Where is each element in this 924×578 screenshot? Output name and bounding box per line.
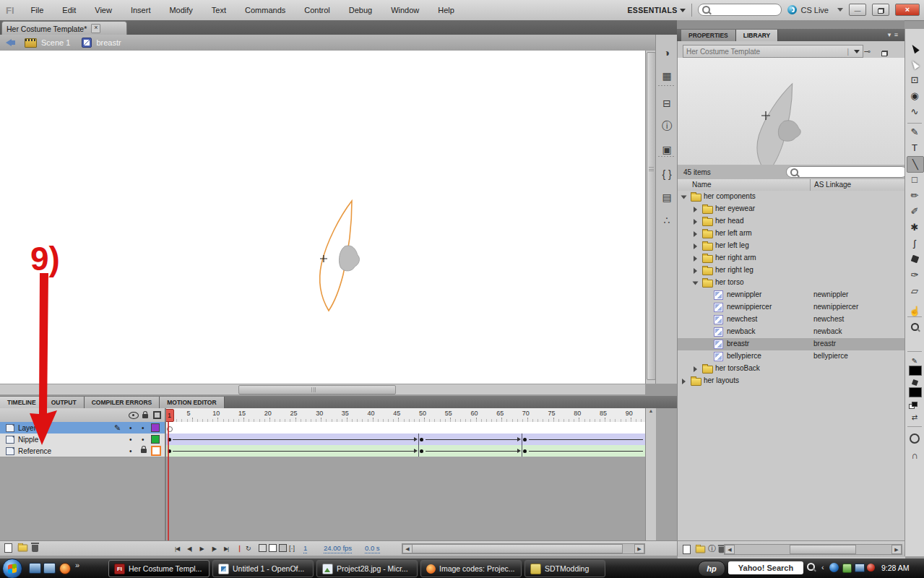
library-item-her-left-leg[interactable]: her left leg <box>678 240 905 252</box>
rectangle-tool[interactable]: □ <box>907 172 923 187</box>
library-item-newchest[interactable]: newchestnewchest <box>678 314 905 326</box>
step-forward-button[interactable]: |▶ <box>207 543 220 554</box>
yahoo-search-box[interactable]: Yahoo! Search <box>728 561 803 574</box>
expand-icon[interactable] <box>694 256 697 262</box>
bone-tool[interactable]: ʃ <box>907 236 923 251</box>
start-button[interactable] <box>2 558 22 578</box>
onion-marker-icon[interactable]: ❘ <box>237 543 243 553</box>
layer-visible-dot[interactable]: • <box>129 436 132 444</box>
show-hide-layers-icon[interactable] <box>129 412 139 419</box>
menu-text[interactable]: Text <box>202 1 236 20</box>
taskbar-button-1[interactable]: FlHer Costume Templ... <box>108 560 210 577</box>
library-horizontal-scrollbar[interactable]: ◀ ▶ <box>724 544 902 555</box>
back-button[interactable] <box>6 39 12 46</box>
zoom-tool[interactable] <box>907 319 923 335</box>
expand-icon[interactable] <box>694 243 697 249</box>
code-snippets-panel-icon[interactable]: { } <box>659 166 675 182</box>
scroll-right-arrow[interactable]: ▶ <box>891 545 902 554</box>
pin-library-icon[interactable]: ⊸ <box>864 47 871 56</box>
layer-outline-color-swatch[interactable] <box>151 446 161 456</box>
timeline-horizontal-scrollbar[interactable]: ◀ ▶ <box>402 543 645 554</box>
new-layer-button[interactable] <box>4 543 12 553</box>
library-item-her-components[interactable]: her components <box>678 191 905 203</box>
menu-edit[interactable]: Edit <box>53 1 85 20</box>
selection-tool[interactable] <box>907 40 923 56</box>
network-tray-icon[interactable] <box>855 564 865 574</box>
library-search-input[interactable] <box>786 166 907 178</box>
scroll-right-arrow[interactable]: ▶ <box>634 544 644 553</box>
tray-chevron-icon[interactable]: ‹ <box>821 563 824 571</box>
layer-visible-dot[interactable]: • <box>129 447 132 455</box>
library-item-her-torso[interactable]: her torso <box>678 277 905 289</box>
menu-file[interactable]: File <box>22 1 53 20</box>
swatches-panel-icon[interactable]: ▦ <box>659 68 675 84</box>
text-tool[interactable]: T <box>907 140 923 155</box>
taskbar-button-2[interactable]: Untitled 1 - OpenOf... <box>212 560 314 577</box>
menu-debug[interactable]: Debug <box>340 1 381 20</box>
close-button[interactable]: × <box>895 4 920 16</box>
modify-markers-button[interactable]: [·] <box>289 543 295 553</box>
expand-icon[interactable] <box>682 379 686 384</box>
stage-canvas[interactable] <box>0 51 645 384</box>
motion-presets-panel-icon[interactable]: ∴ <box>659 212 675 228</box>
library-column-header[interactable]: Name AS Linkage <box>678 179 905 191</box>
expand-icon[interactable] <box>694 268 697 274</box>
taskbar-button-3[interactable]: Project28.jpg - Micr... <box>316 560 418 577</box>
scrollbar-thumb[interactable] <box>412 544 623 553</box>
layer-row-Nipple[interactable]: Nipple•• <box>0 434 165 446</box>
column-divider[interactable] <box>810 179 811 191</box>
layer-lock-icon[interactable] <box>141 449 147 453</box>
layer-outline-color-swatch[interactable] <box>151 423 160 432</box>
scrollbar-thumb[interactable] <box>238 385 396 394</box>
delete-layer-button[interactable] <box>32 543 38 553</box>
tab-library[interactable]: LIBRARY <box>736 30 778 41</box>
library-item-her-eyewear[interactable]: her eyewear <box>678 203 905 215</box>
deco-tool[interactable]: ✱ <box>907 220 923 235</box>
library-item-newback[interactable]: newbacknewback <box>678 326 905 338</box>
3d-rotation-tool[interactable]: ◉ <box>907 88 923 103</box>
library-item-breastr[interactable]: breastrbreastr <box>678 338 905 350</box>
elapsed-time-value[interactable]: 0.0 s <box>365 543 380 553</box>
fill-color-swatch[interactable] <box>909 387 922 397</box>
go-to-last-frame-button[interactable]: ▶| <box>220 543 233 554</box>
black-white-colors-button[interactable] <box>909 402 917 409</box>
symbol-properties-button[interactable]: ⓘ <box>708 544 716 553</box>
step-back-button[interactable]: ◀| <box>183 543 196 554</box>
hand-tool[interactable]: ☝ <box>907 303 923 319</box>
menu-view[interactable]: View <box>85 1 121 20</box>
close-tab-icon[interactable]: × <box>91 24 100 33</box>
breadcrumb-scene[interactable]: Scene 1 <box>41 38 70 47</box>
document-tab[interactable]: Her Costume Template* × <box>1 21 127 35</box>
stage-vertical-scrollbar[interactable] <box>645 51 656 384</box>
library-item-her-layouts[interactable]: her layouts <box>678 375 905 387</box>
taskbar-button-5[interactable]: SDTModding <box>524 560 605 577</box>
go-to-first-frame-button[interactable]: |◀ <box>170 543 183 554</box>
stage-horizontal-scrollbar[interactable] <box>0 384 645 394</box>
library-item-her-torsoBack[interactable]: her torsoBack <box>678 363 905 375</box>
timeline-tab-timeline[interactable]: TIMELINE <box>0 397 44 408</box>
new-symbol-button[interactable] <box>683 545 691 554</box>
expand-icon[interactable] <box>694 207 697 212</box>
scroll-left-arrow[interactable]: ◀ <box>402 544 413 553</box>
line-tool[interactable]: ╲ <box>907 156 924 173</box>
expand-icon[interactable] <box>694 219 697 225</box>
transform-panel-icon[interactable]: ▣ <box>659 142 675 158</box>
layer-outline-color-swatch[interactable] <box>151 435 160 444</box>
workspace-switcher[interactable]: ESSENTIALS <box>628 6 686 14</box>
taskbar-button-4[interactable]: Image codes: Projec... <box>420 560 522 577</box>
frames-Nipple[interactable] <box>166 434 645 446</box>
layer-visible-dot[interactable]: • <box>129 424 132 432</box>
eyedropper-tool[interactable]: ✑ <box>907 267 923 282</box>
free-transform-tool[interactable]: ⊡ <box>907 72 923 87</box>
tab-properties[interactable]: PROPERTIES <box>681 30 736 41</box>
minimize-button[interactable]: — <box>849 4 866 16</box>
scrollbar-thumb[interactable] <box>790 545 856 554</box>
onion-skin-outlines-button[interactable] <box>269 543 277 553</box>
color-panel-icon[interactable]: ◑ <box>659 45 675 61</box>
info-panel-icon[interactable]: ⓘ <box>659 118 675 134</box>
current-frame-value[interactable]: 1 <box>303 543 307 553</box>
search-tray-icon[interactable] <box>807 563 815 572</box>
menu-commands[interactable]: Commands <box>236 1 295 20</box>
layer-row-Reference[interactable]: Reference• <box>0 445 165 457</box>
frames-Layer-1[interactable] <box>166 422 645 434</box>
